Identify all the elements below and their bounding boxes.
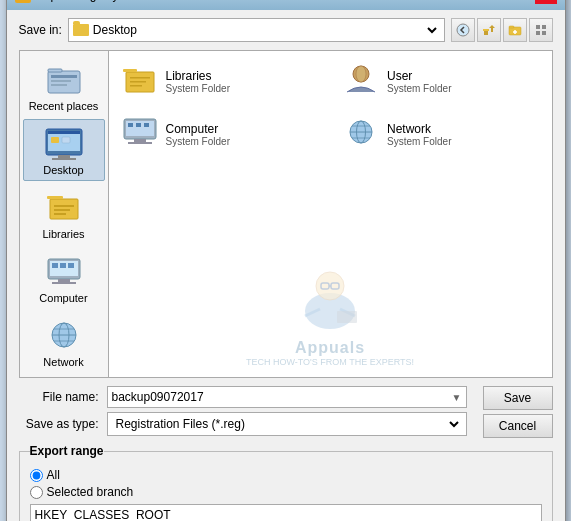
svg-rect-23 bbox=[51, 137, 59, 143]
radio-all-label: All bbox=[47, 468, 60, 482]
export-range: Export range All Selected branch bbox=[19, 444, 553, 521]
filename-input[interactable] bbox=[112, 390, 452, 404]
branch-input[interactable] bbox=[30, 504, 542, 521]
sidebar-item-label-computer: Computer bbox=[39, 292, 87, 304]
file-item-text-computer: Computer System Folder bbox=[166, 122, 230, 147]
svg-rect-17 bbox=[51, 84, 67, 86]
file-item-name-network: Network bbox=[387, 122, 451, 136]
svg-point-4 bbox=[457, 24, 469, 36]
save-in-select[interactable]: Desktop Documents Computer Libraries Net… bbox=[68, 18, 445, 42]
radio-selected-row: Selected branch bbox=[30, 485, 542, 499]
file-item-libraries[interactable]: Libraries System Folder bbox=[117, 59, 323, 104]
close-button[interactable]: ✕ bbox=[535, 0, 557, 4]
filetype-row: Save as type: Registration Files (*.reg)… bbox=[19, 412, 467, 436]
file-item-type-network: System Folder bbox=[387, 136, 451, 147]
svg-rect-33 bbox=[52, 282, 76, 284]
views-button[interactable] bbox=[529, 18, 553, 42]
svg-rect-29 bbox=[54, 213, 66, 215]
sidebar-item-desktop[interactable]: Desktop bbox=[23, 119, 105, 181]
file-item-type-user: System Folder bbox=[387, 83, 451, 94]
svg-rect-51 bbox=[134, 139, 146, 142]
file-item-text-network: Network System Folder bbox=[387, 122, 451, 147]
svg-line-66 bbox=[305, 309, 320, 316]
file-icon-user bbox=[343, 64, 379, 99]
file-item-computer[interactable]: Computer System Folder bbox=[117, 112, 323, 157]
file-item-text-user: User System Folder bbox=[387, 69, 451, 94]
svg-rect-6 bbox=[483, 29, 489, 31]
sidebar-item-label-desktop: Desktop bbox=[43, 164, 83, 176]
file-item-type-computer: System Folder bbox=[166, 136, 230, 147]
radio-all-row: All bbox=[30, 468, 542, 482]
watermark-subtext: TECH HOW-TO'S FROM THE EXPERTS! bbox=[230, 357, 430, 367]
svg-rect-15 bbox=[51, 75, 77, 78]
export-registry-dialog: Export Registry File ✕ Save in: Desktop … bbox=[6, 0, 566, 521]
sidebar: Recent places bbox=[19, 50, 109, 378]
file-area: Libraries System Folder bbox=[109, 50, 553, 378]
toolbar-icons bbox=[451, 18, 553, 42]
export-range-title: Export range bbox=[30, 444, 104, 458]
desktop-icon bbox=[40, 124, 88, 164]
svg-rect-9 bbox=[536, 25, 540, 29]
file-item-name-computer: Computer bbox=[166, 122, 230, 136]
file-icon-network bbox=[343, 117, 379, 152]
save-in-label: Save in: bbox=[19, 23, 62, 37]
watermark-brand: Appuals bbox=[230, 339, 430, 357]
sidebar-item-libraries[interactable]: Libraries bbox=[23, 183, 105, 245]
svg-rect-26 bbox=[47, 196, 63, 199]
back-button[interactable] bbox=[451, 18, 475, 42]
svg-rect-11 bbox=[536, 31, 540, 35]
sidebar-item-computer[interactable]: Computer bbox=[23, 247, 105, 309]
svg-rect-63 bbox=[321, 283, 329, 289]
svg-rect-32 bbox=[58, 279, 70, 282]
svg-rect-54 bbox=[136, 123, 141, 127]
svg-rect-12 bbox=[542, 31, 546, 35]
up-button[interactable] bbox=[477, 18, 501, 42]
radio-selected-label: Selected branch bbox=[47, 485, 134, 499]
file-icon-libraries bbox=[122, 64, 158, 99]
sidebar-item-label-libraries: Libraries bbox=[42, 228, 84, 240]
svg-rect-34 bbox=[52, 263, 58, 268]
new-folder-button[interactable] bbox=[503, 18, 527, 42]
filename-dropdown-arrow[interactable]: ▼ bbox=[452, 392, 462, 403]
folder-icon bbox=[73, 24, 89, 36]
svg-rect-28 bbox=[54, 209, 70, 211]
sidebar-item-label-network: Network bbox=[43, 356, 83, 368]
sidebar-item-label-recent: Recent places bbox=[29, 100, 99, 112]
sidebar-item-recent-places[interactable]: Recent places bbox=[23, 55, 105, 117]
file-item-user[interactable]: User System Folder bbox=[338, 59, 544, 104]
titlebar-title: Export Registry File bbox=[37, 0, 142, 2]
svg-point-61 bbox=[305, 293, 355, 329]
watermark: Appuals TECH HOW-TO'S FROM THE EXPERTS! bbox=[230, 261, 430, 367]
filetype-select[interactable]: Registration Files (*.reg) All Files (*.… bbox=[112, 413, 462, 435]
file-grid: Libraries System Folder bbox=[117, 59, 544, 157]
save-button[interactable]: Save bbox=[483, 386, 553, 410]
svg-rect-16 bbox=[51, 80, 71, 82]
filename-label: File name: bbox=[19, 390, 99, 404]
svg-rect-53 bbox=[128, 123, 133, 127]
computer-icon bbox=[40, 252, 88, 292]
radio-all[interactable] bbox=[30, 469, 43, 482]
svg-rect-45 bbox=[130, 81, 146, 83]
svg-rect-10 bbox=[542, 25, 546, 29]
filetype-select-wrapper[interactable]: Registration Files (*.reg) All Files (*.… bbox=[107, 412, 467, 436]
libraries-icon bbox=[40, 188, 88, 228]
svg-rect-24 bbox=[62, 137, 70, 143]
svg-rect-52 bbox=[128, 142, 152, 144]
action-buttons: Save Cancel bbox=[483, 386, 553, 438]
svg-rect-36 bbox=[68, 263, 74, 268]
filename-input-wrapper[interactable]: ▼ bbox=[107, 386, 467, 408]
radio-selected[interactable] bbox=[30, 486, 43, 499]
svg-point-48 bbox=[356, 66, 366, 82]
save-in-row: Save in: Desktop Documents Computer Libr… bbox=[19, 18, 553, 42]
file-item-network[interactable]: Network System Folder bbox=[338, 112, 544, 157]
svg-rect-22 bbox=[52, 158, 76, 160]
svg-rect-27 bbox=[54, 205, 74, 207]
save-in-dropdown[interactable]: Desktop Documents Computer Libraries Net… bbox=[89, 19, 440, 41]
file-item-text-libraries: Libraries System Folder bbox=[166, 69, 230, 94]
sidebar-item-network[interactable]: Network bbox=[23, 311, 105, 373]
svg-rect-20 bbox=[48, 131, 80, 134]
cancel-button[interactable]: Cancel bbox=[483, 414, 553, 438]
file-item-name-libraries: Libraries bbox=[166, 69, 230, 83]
svg-rect-14 bbox=[48, 69, 62, 72]
recent-places-icon bbox=[40, 60, 88, 100]
